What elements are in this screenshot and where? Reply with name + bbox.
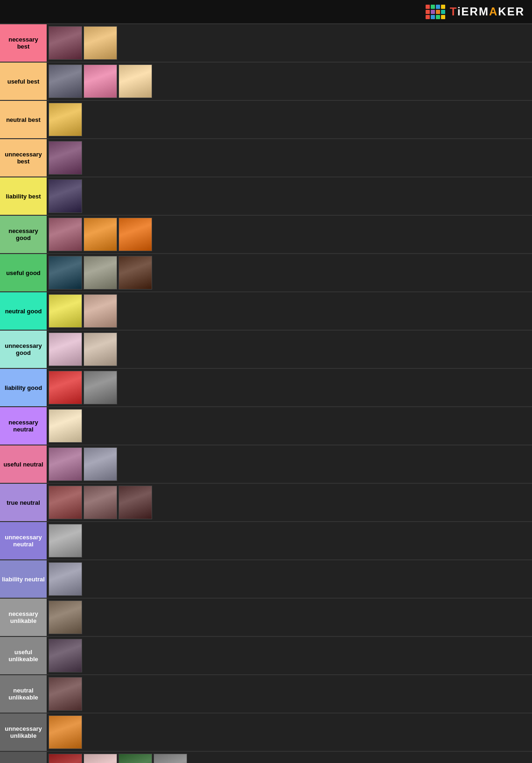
tier-item-uneab1[interactable] bbox=[49, 141, 82, 175]
tier-row-liability-neutral: liability neutral bbox=[0, 560, 532, 599]
tier-row-liability-unlikeable: liability unlikeable bbox=[0, 752, 532, 763]
tier-item-tn3[interactable] bbox=[119, 486, 152, 519]
tier-items-true-neutral bbox=[47, 484, 532, 521]
tier-items-neutral-unlikeable bbox=[47, 675, 532, 713]
tier-item-ug1[interactable] bbox=[49, 256, 82, 290]
tier-item-ub2[interactable] bbox=[84, 64, 117, 98]
tier-label-necessary-neutral: necessary neutral bbox=[0, 407, 47, 445]
tier-label-unnecessary-neutral: unnecessary neutral bbox=[0, 522, 47, 559]
tier-label-necessary-unlikable: necessary unlikable bbox=[0, 599, 47, 636]
tier-row-useful-neutral: useful neutral bbox=[0, 445, 532, 484]
tier-items-necessary-best bbox=[47, 24, 532, 62]
tier-items-useful-best bbox=[47, 63, 532, 100]
app-container: TiERMAKER necessary bestuseful bestneutr… bbox=[0, 0, 532, 763]
tier-item-uneug2[interactable] bbox=[84, 332, 117, 366]
tier-item-nb1[interactable] bbox=[49, 26, 82, 60]
tiermaker-logo[interactable]: TiERMAKER bbox=[426, 5, 525, 19]
tier-items-useful-good bbox=[47, 254, 532, 291]
tier-item-liu3[interactable] bbox=[119, 754, 152, 763]
tier-item-lian1[interactable] bbox=[49, 562, 82, 596]
tier-row-liability-good: liability good bbox=[0, 369, 532, 407]
tier-item-uuu1[interactable] bbox=[49, 639, 82, 672]
tier-item-liu4[interactable] bbox=[154, 754, 187, 763]
tier-label-neutral-good: neutral good bbox=[0, 292, 47, 330]
tier-row-necessary-best: necessary best bbox=[0, 24, 532, 63]
tier-item-liag2[interactable] bbox=[84, 371, 117, 404]
tier-item-neug2[interactable] bbox=[84, 294, 117, 328]
tier-label-useful-neutral: useful neutral bbox=[0, 445, 47, 483]
tier-row-unnecessary-neutral: unnecessary neutral bbox=[0, 522, 532, 560]
tier-row-unnecessary-good: unnecessary good bbox=[0, 331, 532, 369]
tier-items-liability-good bbox=[47, 369, 532, 406]
tier-item-ng3[interactable] bbox=[119, 218, 152, 251]
tier-items-necessary-neutral bbox=[47, 407, 532, 445]
tier-label-useful-unlikeable: useful unlikeable bbox=[0, 637, 47, 674]
tier-row-useful-unlikeable: useful unlikeable bbox=[0, 637, 532, 675]
tier-label-neutral-unlikeable: neutral unlikeable bbox=[0, 675, 47, 713]
tier-item-lb1[interactable] bbox=[49, 179, 82, 213]
tier-item-nuu1[interactable] bbox=[49, 601, 82, 634]
tier-item-neuu1[interactable] bbox=[49, 677, 82, 711]
tier-item-ug2[interactable] bbox=[84, 256, 117, 290]
tier-item-uneug1[interactable] bbox=[49, 332, 82, 366]
tier-item-ng1[interactable] bbox=[49, 218, 82, 251]
tier-items-neutral-best bbox=[47, 101, 532, 138]
tier-item-ub3[interactable] bbox=[119, 64, 152, 98]
tier-label-liability-neutral: liability neutral bbox=[0, 560, 47, 598]
tier-row-necessary-good: necessary good bbox=[0, 216, 532, 254]
tier-items-necessary-unlikable bbox=[47, 599, 532, 636]
tier-item-unen1[interactable] bbox=[49, 524, 82, 558]
tier-label-unnecessary-best: unnecessary best bbox=[0, 139, 47, 177]
logo-text: TiERMAKER bbox=[450, 5, 525, 18]
tier-item-ug3[interactable] bbox=[119, 256, 152, 290]
tier-row-neutral-best: neutral best bbox=[0, 101, 532, 139]
logo-grid-icon bbox=[426, 5, 445, 19]
tier-item-tn2[interactable] bbox=[84, 486, 117, 519]
tier-item-unuu1[interactable] bbox=[49, 715, 82, 749]
tier-item-tn1[interactable] bbox=[49, 486, 82, 519]
tier-items-unnecessary-unlikable bbox=[47, 714, 532, 751]
tier-item-nen1[interactable] bbox=[49, 409, 82, 443]
tier-row-unnecessary-unlikable: unnecessary unlikable bbox=[0, 714, 532, 752]
tier-items-necessary-good bbox=[47, 216, 532, 253]
tier-items-unnecessary-best bbox=[47, 139, 532, 177]
tier-label-useful-best: useful best bbox=[0, 63, 47, 100]
tier-item-ub1[interactable] bbox=[49, 64, 82, 98]
tier-row-necessary-neutral: necessary neutral bbox=[0, 407, 532, 445]
tier-label-necessary-best: necessary best bbox=[0, 24, 47, 62]
tier-item-un2[interactable] bbox=[84, 447, 117, 481]
tier-item-neb1[interactable] bbox=[49, 103, 82, 136]
tier-label-liability-best: liability best bbox=[0, 177, 47, 215]
tier-item-ng2[interactable] bbox=[84, 218, 117, 251]
tier-row-necessary-unlikable: necessary unlikable bbox=[0, 599, 532, 637]
tier-label-unnecessary-good: unnecessary good bbox=[0, 331, 47, 368]
tier-item-liu1[interactable] bbox=[49, 754, 82, 763]
tier-row-true-neutral: true neutral bbox=[0, 484, 532, 522]
tier-label-liability-good: liability good bbox=[0, 369, 47, 406]
tier-items-useful-neutral bbox=[47, 445, 532, 483]
tier-item-nb2[interactable] bbox=[84, 26, 117, 60]
tier-row-useful-good: useful good bbox=[0, 254, 532, 292]
tier-items-unnecessary-good bbox=[47, 331, 532, 368]
tier-label-useful-good: useful good bbox=[0, 254, 47, 291]
tier-label-unnecessary-unlikable: unnecessary unlikable bbox=[0, 714, 47, 751]
tier-row-neutral-good: neutral good bbox=[0, 292, 532, 331]
tier-row-neutral-unlikeable: neutral unlikeable bbox=[0, 675, 532, 714]
tier-item-liu2[interactable] bbox=[84, 754, 117, 763]
tier-label-neutral-best: neutral best bbox=[0, 101, 47, 138]
tier-items-liability-neutral bbox=[47, 560, 532, 598]
tier-item-un1[interactable] bbox=[49, 447, 82, 481]
tier-items-liability-best bbox=[47, 177, 532, 215]
tier-row-useful-best: useful best bbox=[0, 63, 532, 101]
tier-item-liag1[interactable] bbox=[49, 371, 82, 404]
top-bar: TiERMAKER bbox=[0, 0, 532, 24]
tier-label-liability-unlikeable: liability unlikeable bbox=[0, 752, 47, 763]
tier-list: necessary bestuseful bestneutral bestunn… bbox=[0, 24, 532, 763]
tier-items-unnecessary-neutral bbox=[47, 522, 532, 559]
tier-items-useful-unlikeable bbox=[47, 637, 532, 674]
tier-row-unnecessary-best: unnecessary best bbox=[0, 139, 532, 177]
tier-item-neug1[interactable] bbox=[49, 294, 82, 328]
tier-label-necessary-good: necessary good bbox=[0, 216, 47, 253]
tier-row-liability-best: liability best bbox=[0, 177, 532, 216]
tier-items-neutral-good bbox=[47, 292, 532, 330]
